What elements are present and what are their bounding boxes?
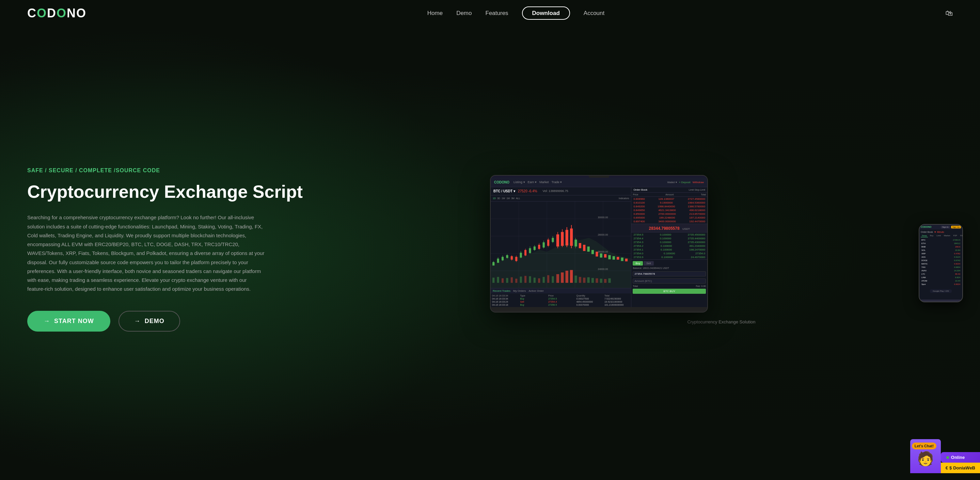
svg-rect-76	[574, 275, 577, 283]
euro-sign: €	[946, 466, 948, 470]
price-chart-svg: 30000.00 28000.00 26000.00 24000.00	[491, 202, 631, 288]
tf-1w[interactable]: 1W	[501, 197, 505, 199]
mob-tab-buy[interactable]: Buy	[929, 234, 934, 237]
google-play-btn[interactable]: Google Play / iOS	[921, 287, 961, 293]
mob-tab-flip[interactable]: Flip	[959, 234, 962, 237]
svg-rect-48	[587, 246, 590, 251]
svg-rect-73	[561, 272, 563, 283]
buy-tab[interactable]: Buy	[633, 261, 643, 265]
nav-link-download[interactable]: Download	[522, 6, 570, 20]
start-now-button[interactable]: → START NOW	[27, 311, 110, 332]
mobile-signin-btn[interactable]: Sign In	[941, 226, 950, 229]
logo[interactable]: CODONO	[27, 6, 86, 21]
svg-rect-71	[552, 276, 554, 283]
mobile-coin-list: BTC 27354.5 ETH 1843.2 BNB 298.6	[921, 238, 961, 286]
tr-date: 04-16 16:33:34	[492, 294, 517, 297]
nav-item-download[interactable]: Download	[522, 10, 570, 17]
nav-item-account[interactable]: Account	[584, 10, 605, 17]
mob-coin-trx: TRX	[921, 266, 926, 268]
mob-coin-9: TRX 0.0654	[921, 266, 961, 269]
navbar: CODONO Home Demo Features Download Accou…	[0, 0, 980, 27]
tr1-date: 04-16 16:33:34	[492, 297, 517, 300]
ob-col-headers: Price Amount Total	[631, 193, 707, 197]
mob-ltc-price: 88.40	[955, 273, 960, 275]
online-indicator	[946, 456, 949, 459]
tf-3m[interactable]: 3M	[511, 197, 514, 199]
demo-button[interactable]: → DEMO	[118, 311, 180, 332]
mob-tab-swap[interactable]: Swap	[921, 234, 928, 237]
btc-buy-button[interactable]: BTC BUY	[633, 289, 706, 294]
mob-coin-matic: MATIC	[921, 263, 928, 265]
mobile-signup-btn[interactable]: Sign Up	[951, 226, 961, 229]
trading-interface: CODONO Listing ▾ Earn ▾ Market Trade ▾ W…	[491, 178, 707, 307]
svg-rect-46	[579, 243, 581, 248]
sell-order-2: 0.8101009.19000001984.5360000	[632, 201, 706, 205]
hero-section: SAFE / SECURE / COMPLETE /SOURCE CODE Cr…	[0, 27, 980, 479]
svg-rect-56	[621, 257, 623, 261]
fee-label: Fee: 0.00	[696, 285, 706, 287]
current-price-display: 28344.79805578 USDT	[631, 224, 707, 232]
laptop-mockup: CODONO Listing ▾ Earn ▾ Market Trade ▾ W…	[490, 175, 708, 313]
svg-text:24000.00: 24000.00	[598, 268, 608, 271]
svg-rect-66	[529, 276, 531, 283]
svg-rect-80	[592, 278, 594, 283]
tf-3d[interactable]: 3D	[497, 197, 500, 199]
svg-rect-78	[583, 277, 585, 283]
sell-tab[interactable]: Sell	[644, 261, 654, 265]
mobile-logo: CODONO	[921, 226, 932, 228]
nav-item-demo[interactable]: Demo	[456, 10, 472, 17]
tf-1d[interactable]: 1D	[493, 197, 496, 199]
mobile-tabs: Swap Buy Limit Market P2P Flip	[921, 234, 961, 237]
trading-left-panel: BTC / USDT ▾ 27520 -6.4% Vol: 138899996.…	[491, 187, 631, 307]
mob-price: ▼ Minuto	[934, 231, 944, 233]
mob-tab-limit[interactable]: Limit	[935, 234, 942, 237]
nav-link-home[interactable]: Home	[427, 10, 443, 16]
mob-btc-price: 27354.5	[953, 239, 960, 241]
balance-label: Balance: 16021.042894421 USDT	[633, 267, 706, 269]
hero-title: Cryptocurrency Exchange Script	[27, 182, 490, 202]
mob-coin-2: ETH 1843.2	[921, 242, 961, 245]
mob-xrp-price: 0.4782	[954, 253, 960, 254]
chat-character[interactable]: Let's Chat! 🧑	[910, 439, 941, 473]
mobile-mockup: CODONO Sign In Sign Up Order Book ▼ Minu…	[919, 224, 963, 302]
svg-rect-51	[600, 253, 602, 257]
trading-pair: BTC / USDT ▾	[493, 189, 515, 193]
tn-market: Market	[539, 180, 549, 184]
mob-tab-p2p[interactable]: P2P	[952, 234, 958, 237]
mob-eth-price: 1843.2	[954, 242, 960, 245]
mob-coin-14: Spot 0.0024	[921, 283, 961, 286]
mob-coin-atom: ATOM	[921, 280, 927, 282]
buy-order-2: 27354.40.1000002735.4400000	[632, 237, 706, 240]
ob-total-header: Total	[701, 193, 706, 196]
current-price-value: 28344.79805578	[649, 226, 680, 231]
hero-description: Searching for a comprehensive cryptocurr…	[27, 213, 266, 294]
cart-icon[interactable]: 🛍	[945, 9, 953, 18]
chat-widget[interactable]: Let's Chat! 🧑 Online € $ DoniaWeB	[910, 439, 980, 473]
tf-1m[interactable]: 1M	[506, 197, 510, 199]
mobile-screen: CODONO Sign In Sign Up Order Book ▼ Minu…	[920, 225, 962, 300]
chat-person-icon: 🧑	[917, 451, 934, 467]
trading-right-panel: Order Book Limit Stop-Limit Price Amount…	[631, 187, 707, 307]
tr2-date: 04-16 16:33:24	[492, 300, 517, 303]
mob-tab-market[interactable]: Market	[943, 234, 951, 237]
mob-trx-price: 0.0654	[954, 266, 960, 268]
hero-right: CODONO Listing ▾ Earn ▾ Market Trade ▾ W…	[490, 175, 953, 324]
demo-label: DEMO	[145, 318, 164, 325]
buy-sell-tabs: Buy Sell	[633, 261, 706, 265]
nav-link-account[interactable]: Account	[584, 10, 605, 16]
tab-active-orders[interactable]: Active Order	[528, 289, 544, 292]
nav-item-home[interactable]: Home	[427, 10, 443, 17]
nav-item-features[interactable]: Features	[485, 10, 508, 17]
chat-online-badge[interactable]: Online	[941, 452, 980, 463]
amount-input[interactable]	[633, 278, 706, 284]
tf-all[interactable]: ALL	[516, 197, 520, 199]
tab-recent-trades[interactable]: Recent Trades	[493, 289, 511, 292]
mob-coin-xrp: XRP	[921, 253, 926, 254]
doniaweb-badge[interactable]: € $ DoniaWeB	[941, 463, 980, 473]
nav-link-features[interactable]: Features	[485, 10, 508, 16]
trade-row-1: 04-16 16:33:34 Buy 27354.5 0.00027500 7.…	[492, 297, 630, 300]
laptop-base	[491, 307, 707, 312]
nav-link-demo[interactable]: Demo	[456, 10, 472, 16]
price-input[interactable]	[633, 271, 706, 277]
tab-my-orders[interactable]: My Orders	[513, 289, 526, 292]
